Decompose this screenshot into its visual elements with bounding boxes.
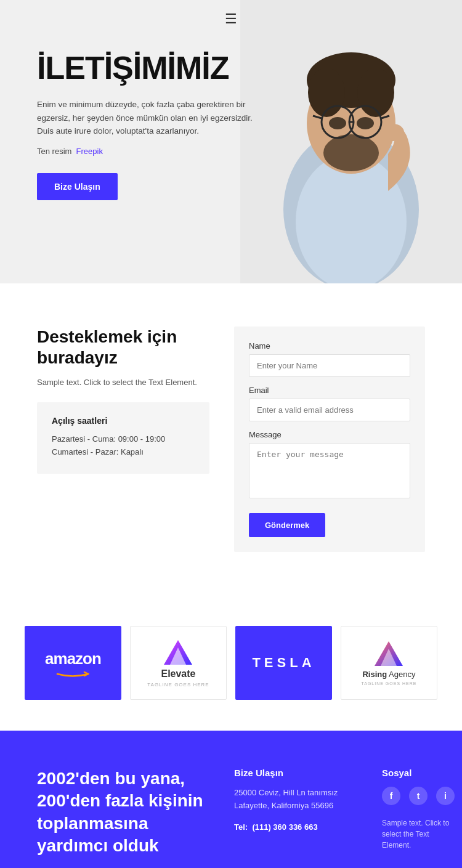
rising-logo-box: Rising Agency TAGLINE GOES HERE	[341, 626, 437, 700]
footer-tel: Tel: (111) 360 336 663	[234, 822, 357, 832]
hours-row-2: Cumartesi - Pazar: Kapalı	[52, 447, 195, 456]
photo-credit: Ten resim Freepik	[37, 147, 425, 156]
submit-button[interactable]: Göndermek	[249, 513, 325, 537]
message-input[interactable]	[249, 443, 410, 498]
hours-row-1: Pazartesi - Cuma: 09:00 - 19:00	[52, 434, 195, 444]
hours-title: Açılış saatleri	[52, 416, 195, 426]
rising-logo: Rising Agency TAGLINE GOES HERE	[361, 640, 416, 686]
contact-section: Desteklemek için buradayız Sample text. …	[0, 283, 462, 595]
email-label: Email	[249, 386, 410, 395]
tesla-logo-box: TESLA	[235, 626, 332, 700]
facebook-icon[interactable]: f	[382, 787, 400, 805]
amazon-logo-box: amazon	[25, 626, 121, 700]
contact-button[interactable]: Bize Ulaşın	[37, 173, 118, 200]
page-title: İLETİŞİMİMİZ	[37, 51, 246, 86]
amazon-logo: amazon	[45, 649, 101, 677]
footer-sample-right: Sample text. Click to select the Text El…	[382, 817, 455, 851]
message-field-group: Message	[249, 430, 410, 501]
social-icons-group: f t i	[382, 787, 455, 805]
contact-title: Desteklemek için buradayız	[37, 327, 209, 368]
footer-address: 25000 Ceviz, Hill Ln tanımsız Lafayette,…	[234, 787, 357, 813]
hours-box: Açılış saatleri Pazartesi - Cuma: 09:00 …	[37, 402, 209, 474]
elevate-logo: Elevate TAGLINE GOES HERE	[147, 639, 209, 688]
email-input[interactable]	[249, 399, 410, 421]
footer-tel-label: Tel:	[234, 822, 248, 832]
elevate-text: Elevate	[161, 668, 195, 679]
footer-section: 2002'den bu yana, 200'den fazla kişinin …	[0, 731, 462, 868]
header-content: İLETİŞİMİMİZ Enim ve minimum düzeyde, ço…	[0, 38, 462, 200]
hamburger-icon[interactable]: ☰	[225, 11, 237, 27]
elevate-triangle-icon	[163, 639, 193, 666]
instagram-icon[interactable]: i	[436, 787, 455, 805]
footer-left: 2002'den bu yana, 200'den fazla kişinin …	[37, 768, 209, 868]
footer-social-title: Sosyal	[382, 768, 455, 778]
elevate-logo-box: Elevate TAGLINE GOES HERE	[130, 626, 227, 700]
header-section: ☰ İLETİŞİMİMİZ Enim ve minimum düzeyde, …	[0, 0, 462, 283]
contact-left: Desteklemek için buradayız Sample text. …	[37, 327, 209, 474]
footer-tel-number: (111) 360 336 663	[252, 822, 317, 832]
twitter-icon[interactable]: t	[409, 787, 428, 805]
footer-headline: 2002'den bu yana, 200'den fazla kişinin …	[37, 768, 209, 858]
message-label: Message	[249, 430, 410, 439]
header-description: Enim ve minimum düzeyde, çok fazla çaba …	[37, 98, 259, 138]
rising-tagline: TAGLINE GOES HERE	[361, 681, 416, 686]
name-label: Name	[249, 341, 410, 351]
contact-description: Sample text. Click to select the Text El…	[37, 376, 209, 389]
contact-form: Name Email Message Göndermek	[234, 327, 425, 552]
footer-contact-title: Bize Ulaşın	[234, 768, 357, 778]
amazon-text: amazon	[45, 649, 101, 668]
name-input[interactable]	[249, 354, 410, 377]
rising-triangle-icon	[373, 640, 404, 667]
footer-social: Sosyal f t i Sample text. Click to selec…	[382, 768, 455, 851]
amazon-arrow-icon	[56, 671, 89, 677]
freepik-link[interactable]: Freepik	[76, 147, 103, 156]
logos-section: amazon Elevate TAGLINE GOES H	[0, 595, 462, 731]
footer-contact-info: Bize Ulaşın 25000 Ceviz, Hill Ln tanımsı…	[234, 768, 357, 832]
name-field-group: Name	[249, 341, 410, 377]
photo-credit-prefix: Ten resim	[37, 147, 71, 156]
email-field-group: Email	[249, 386, 410, 421]
rising-agency-text: Rising Agency	[362, 670, 415, 679]
tesla-text: TESLA	[252, 655, 315, 671]
elevate-tagline: TAGLINE GOES HERE	[147, 682, 209, 688]
